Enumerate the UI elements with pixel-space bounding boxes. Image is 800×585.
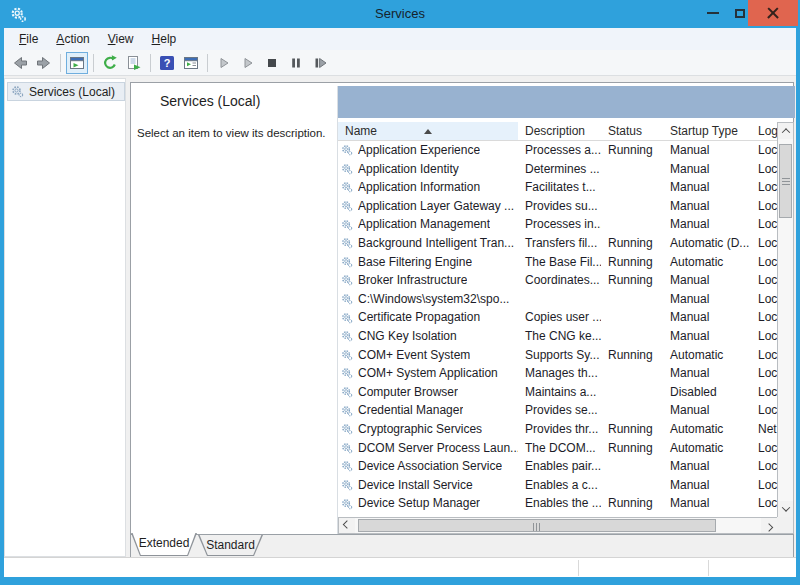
- table-row[interactable]: Certificate PropagationCopies user ...Ma…: [338, 308, 777, 327]
- service-name: Base Filtering Engine: [358, 253, 472, 272]
- table-row[interactable]: C:\Windows\system32\spo...ManualLoc: [338, 290, 777, 309]
- service-startup-cell: Manual: [663, 197, 751, 216]
- table-row[interactable]: Device Install ServiceEnables a c...Manu…: [338, 476, 777, 495]
- service-logon-cell: Loc: [751, 290, 777, 309]
- service-name-cell: Device Association Service: [338, 457, 518, 476]
- service-gear-icon: [341, 293, 353, 305]
- column-header-description[interactable]: Description: [518, 122, 601, 140]
- restart-service-button[interactable]: [309, 52, 331, 74]
- service-startup-cell: Automatic: [663, 439, 751, 458]
- service-logon-cell: Loc: [751, 494, 777, 513]
- menu-bar: FileActionViewHelp: [4, 28, 796, 50]
- service-name-cell: Application Layer Gateway ...: [338, 197, 518, 216]
- back-button[interactable]: [9, 52, 31, 74]
- table-row[interactable]: Broker InfrastructureCoordinates...Runni…: [338, 271, 777, 290]
- service-description-cell: Coordinates...: [518, 271, 601, 290]
- table-row[interactable]: Application IdentityDetermines ...Manual…: [338, 160, 777, 179]
- console-window-button[interactable]: [66, 52, 88, 74]
- service-startup-cell: Manual: [663, 160, 751, 179]
- service-logon-cell: Loc: [751, 327, 777, 346]
- service-name-cell: DCOM Server Process Laun...: [338, 439, 518, 458]
- menu-file[interactable]: File: [10, 30, 47, 48]
- table-row[interactable]: Cryptographic ServicesProvides thr...Run…: [338, 420, 777, 439]
- service-logon-cell: Loc: [751, 215, 777, 234]
- service-name: DCOM Server Process Laun...: [358, 439, 518, 458]
- service-description-cell: Maintains a...: [518, 383, 601, 402]
- table-row[interactable]: Application InformationFacilitates t...M…: [338, 178, 777, 197]
- horizontal-scrollbar[interactable]: [338, 517, 777, 534]
- export-list-icon: [125, 54, 143, 72]
- table-row[interactable]: CNG Key IsolationThe CNG ke...ManualLoc: [338, 327, 777, 346]
- console-window-icon: [68, 54, 86, 72]
- column-header-status[interactable]: Status: [601, 122, 663, 140]
- service-gear-icon: [341, 144, 353, 156]
- list-top-band: [338, 86, 795, 118]
- service-startup-cell: Manual: [663, 457, 751, 476]
- table-row[interactable]: Application ExperienceProcesses a...Runn…: [338, 141, 777, 160]
- stop-service-icon: [263, 54, 281, 72]
- status-separator: [708, 560, 709, 576]
- scroll-left-button[interactable]: [339, 518, 355, 533]
- refresh-button[interactable]: [99, 52, 121, 74]
- service-description-cell: Provides se...: [518, 401, 601, 420]
- service-description-cell: Provides thr...: [518, 420, 601, 439]
- service-logon-cell: Loc: [751, 253, 777, 272]
- scroll-down-button[interactable]: [778, 501, 793, 517]
- help-button[interactable]: ?: [156, 52, 178, 74]
- scrollbar-corner: [777, 517, 794, 534]
- menu-help[interactable]: Help: [143, 30, 186, 48]
- column-header-label: Name: [345, 124, 377, 138]
- menu-action[interactable]: Action: [47, 30, 98, 48]
- back-icon: [11, 54, 29, 72]
- scroll-up-button[interactable]: [778, 123, 793, 139]
- vertical-scrollbar[interactable]: [777, 122, 794, 517]
- service-gear-icon: [341, 386, 353, 398]
- table-row[interactable]: Device Association ServiceEnables pair..…: [338, 457, 777, 476]
- service-description-cell: [518, 290, 601, 309]
- table-row[interactable]: Device Setup ManagerEnables the ...Runni…: [338, 494, 777, 513]
- service-description-cell: Copies user ...: [518, 308, 601, 327]
- table-row[interactable]: COM+ Event SystemSupports Sy...RunningAu…: [338, 346, 777, 365]
- vertical-scrollbar-thumb[interactable]: [779, 144, 792, 218]
- tab-label: Extended: [131, 533, 197, 556]
- service-status-cell: [601, 327, 663, 346]
- minimize-button[interactable]: [696, 0, 730, 26]
- service-logon-cell: Loc: [751, 308, 777, 327]
- table-row[interactable]: Background Intelligent Tran...Transfers …: [338, 234, 777, 253]
- service-gear-icon: [341, 498, 353, 510]
- table-row[interactable]: Application ManagementProcesses in...Man…: [338, 215, 777, 234]
- service-startup-cell: Manual: [663, 327, 751, 346]
- column-header-name[interactable]: Name: [338, 122, 518, 140]
- titlebar[interactable]: Services: [0, 0, 800, 28]
- table-row[interactable]: Base Filtering EngineThe Base Fil...Runn…: [338, 253, 777, 272]
- table-row[interactable]: Credential ManagerProvides se...ManualLo…: [338, 401, 777, 420]
- tab-standard[interactable]: Standard: [198, 535, 263, 556]
- menu-view[interactable]: View: [99, 30, 143, 48]
- horizontal-scrollbar-thumb[interactable]: [358, 519, 716, 532]
- scroll-right-button[interactable]: [761, 518, 777, 533]
- service-description-cell: Manages th...: [518, 364, 601, 383]
- resume-service-button[interactable]: [237, 52, 259, 74]
- table-row[interactable]: Application Layer Gateway ...Provides su…: [338, 197, 777, 216]
- tab-extended[interactable]: Extended: [131, 533, 197, 556]
- table-row[interactable]: COM+ System ApplicationManages th...Manu…: [338, 364, 777, 383]
- export-list-button[interactable]: [123, 52, 145, 74]
- column-header-log[interactable]: Log: [751, 122, 777, 140]
- toolbar: ?: [4, 50, 796, 76]
- forward-button[interactable]: [33, 52, 55, 74]
- table-row[interactable]: Computer BrowserMaintains a...DisabledLo…: [338, 383, 777, 402]
- resume-service-icon: [239, 54, 257, 72]
- pause-service-button[interactable]: [285, 52, 307, 74]
- tree-item-label: Services (Local): [29, 85, 115, 99]
- service-description-cell: The Base Fil...: [518, 253, 601, 272]
- show-console-tree-button[interactable]: [180, 52, 202, 74]
- service-logon-cell: Loc: [751, 271, 777, 290]
- start-service-button[interactable]: [213, 52, 235, 74]
- service-logon-cell: Loc: [751, 457, 777, 476]
- stop-service-button[interactable]: [261, 52, 283, 74]
- service-status-cell: [601, 457, 663, 476]
- tree-item-services-local[interactable]: Services (Local): [7, 82, 125, 101]
- column-header-startup-type[interactable]: Startup Type: [663, 122, 751, 140]
- table-row[interactable]: DCOM Server Process Laun...The DCOM...Ru…: [338, 439, 777, 458]
- close-button[interactable]: [748, 0, 798, 26]
